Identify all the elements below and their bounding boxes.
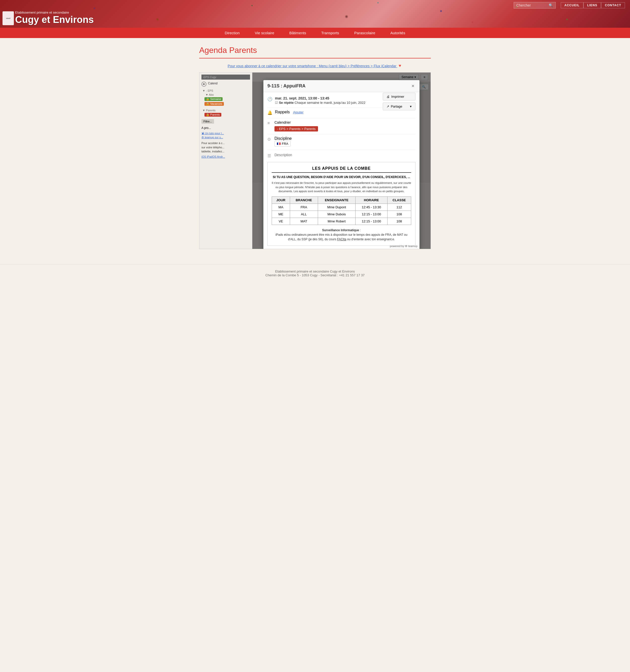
site-footer: Etablissement primaire et secondaire Cug… xyxy=(0,264,630,282)
cell-horaire-2: 12:15 - 13:00 xyxy=(356,211,387,218)
filter-button[interactable]: Filtre... xyxy=(201,119,214,124)
description-text: Pour accéder à c...sur votre télépho...t… xyxy=(201,141,250,154)
nav-contact[interactable]: CONTACT xyxy=(601,2,625,8)
surveillance-text: Surveillance Informatique : iPads et/ou … xyxy=(272,228,411,242)
cell-branche-1: FRA xyxy=(290,203,318,211)
teamup-link[interactable]: ⚙ teamup sur s... xyxy=(201,136,250,139)
share-dropdown-icon: ▾ xyxy=(410,104,412,108)
reminders-label: Rappels xyxy=(275,110,290,114)
subscription-bar: Pour vous abonner à ce calendrier sur vo… xyxy=(199,64,431,68)
nav-direction[interactable]: Direction xyxy=(217,28,247,38)
description-label: Description xyxy=(274,153,292,157)
divider-3 xyxy=(267,134,415,134)
event-datetime: mar. 21. sept. 2021, 13:00 - 13:45 xyxy=(275,96,365,100)
subscription-link[interactable]: Pour vous abonner à ce calendrier sur vo… xyxy=(227,64,397,68)
parents-section: ▼ Parents 🔒 Parents xyxy=(201,108,250,117)
vacances-item[interactable]: 🔒 Vacances xyxy=(201,101,250,106)
appuis-table: JOUR BRANCHE ENSEIGNANTE HORAIRE CLASSE xyxy=(272,196,411,225)
cell-enseignante-3: Mme Robert xyxy=(318,218,356,225)
semaine-item[interactable]: 🔒 Semaine xyxy=(201,97,250,101)
nav-autorites[interactable]: Autorités xyxy=(383,28,413,38)
col-branche: BRANCHE xyxy=(290,196,318,203)
nav-liens[interactable]: LIENS xyxy=(583,2,601,8)
nav-batiments[interactable]: Bâtiments xyxy=(282,28,314,38)
cell-enseignante-2: Mme Dubois xyxy=(318,211,356,218)
cell-horaire-3: 12:15 - 13:00 xyxy=(356,218,387,225)
eps-group[interactable]: ▼ - EPS xyxy=(201,89,250,93)
eps-section: ▼ - EPS ▼ Abo 🔒 Semaine 🔒 Vacances xyxy=(201,89,250,106)
ios-link[interactable]: iOS xyxy=(201,155,207,158)
site-logo: vaud xyxy=(2,11,14,25)
semaine-badge: 🔒 Semaine xyxy=(204,97,223,101)
page-title: Agenda Parents xyxy=(199,46,431,58)
surveillance-title: Surveillance Informatique xyxy=(322,229,359,232)
divider-2 xyxy=(267,118,415,118)
col-jour: JOUR xyxy=(272,196,290,203)
french-flag-icon xyxy=(277,142,281,145)
discipline-row: ⊙ Discipline FRA xyxy=(267,136,415,147)
nav-accueil[interactable]: ACCUEIL xyxy=(561,2,583,8)
nav-vie-scolaire[interactable]: Vie scolaire xyxy=(247,28,282,38)
table-row: VE MAT Mme Robert 12:15 - 13:00 108 xyxy=(272,218,411,225)
modal-overlay[interactable]: 9-11S : AppuiFRA × 🖨 Imprimer xyxy=(252,73,431,249)
event-modal: 9-11S : AppuiFRA × 🖨 Imprimer xyxy=(263,80,419,249)
site-title: Cugy et Environs xyxy=(15,14,94,25)
parents-badge: 🔒 Parents xyxy=(204,113,221,117)
facita-link[interactable]: FACIta xyxy=(337,238,346,241)
vacances-badge: 🔒 Vacances xyxy=(204,102,224,106)
modal-close-button[interactable]: × xyxy=(410,83,415,89)
description-row: ☰ Description xyxy=(267,153,415,159)
cell-horaire-1: 12:45 - 13:30 xyxy=(356,203,387,211)
bell-icon: 🔔 xyxy=(267,110,272,115)
search-box[interactable]: 🔍 xyxy=(514,2,556,8)
surveillance-body: iPads et/ou ordinateurs peuvent être mis… xyxy=(275,233,407,241)
calendar-tag: - EPS > Parents > Parents xyxy=(274,126,318,131)
eye-icon[interactable]: 👁 xyxy=(201,81,207,87)
cell-jour-1: MA xyxy=(272,203,290,211)
clock-icon: 🕐 xyxy=(267,97,272,101)
red-arrow: 🔻 xyxy=(397,64,403,68)
print-icon: 🖨 xyxy=(387,95,390,98)
filter-section: Filtre... xyxy=(201,119,250,124)
search-input[interactable] xyxy=(516,3,547,7)
cell-classe-1: 112 xyxy=(387,203,411,211)
abo-group[interactable]: ▼ Abo xyxy=(201,93,250,97)
footer-line2: Chemin de la Combe 5 - 1053 Cugy - Secré… xyxy=(5,273,625,277)
cell-jour-2: ME xyxy=(272,211,290,218)
site-tagline: Etablissement primaire et secondaire xyxy=(15,10,94,14)
footer-line1: Etablissement primaire et secondaire Cug… xyxy=(5,269,625,273)
cell-enseignante-1: Mme Dupont xyxy=(318,203,356,211)
nav-transports[interactable]: Transports xyxy=(314,28,347,38)
tuto-link[interactable]: 📽 Un tuto pour l... xyxy=(201,132,250,135)
site-branding: Etablissement primaire et secondaire Cug… xyxy=(15,10,94,25)
reminders-row: 🔔 Rappels Ajouter xyxy=(267,110,415,115)
modal-header: 9-11S : AppuiFRA × xyxy=(263,80,419,92)
discipline-label: Discipline xyxy=(274,136,292,141)
android-link[interactable]: Andr... xyxy=(217,155,225,158)
calendar-row: ≡ Calendrier - EPS > Parents > Parents xyxy=(267,120,415,131)
table-row: ME ALL Mme Dubois 12:15 - 13:00 108 xyxy=(272,211,411,218)
calendar-label-row: Calendrier xyxy=(274,120,318,124)
cal-sidebar-header: EPS Cugy xyxy=(201,75,250,79)
ipad-link[interactable]: iPadOS xyxy=(207,155,217,158)
print-button[interactable]: 🖨 Imprimer xyxy=(383,93,415,100)
parents-group[interactable]: ▼ Parents xyxy=(201,108,250,112)
calendar-main: Semaine ▾ ≡ 🔍 xyxy=(252,73,431,249)
calendar-label: Calend xyxy=(208,81,218,87)
parents-item[interactable]: 🔒 Parents xyxy=(201,112,250,117)
col-classe: CLASSE xyxy=(387,196,411,203)
table-row: MA FRA Mme Dupont 12:45 - 13:30 112 xyxy=(272,203,411,211)
add-reminder-link[interactable]: Ajouter xyxy=(293,110,304,114)
main-nav: Direction Vie scolaire Bâtiments Transpo… xyxy=(0,28,630,38)
share-button[interactable]: ↗ Partage ▾ xyxy=(383,102,415,110)
nav-parascolaire[interactable]: Parascolaire xyxy=(347,28,383,38)
calendar-wrapper: EPS Cugy 👁 Calend ▼ - EPS ▼ Abo 🔒 Semain… xyxy=(199,72,431,249)
event-repeat: ☑ Se répète Chaque semaine le mardi, jus… xyxy=(275,101,365,104)
calendar-container: EPS Cugy 👁 Calend ▼ - EPS ▼ Abo 🔒 Semain… xyxy=(199,73,431,249)
teamup-credit: powered by ⚙ teamup xyxy=(390,245,417,248)
modal-actions: 🖨 Imprimer ↗ Partage ▾ xyxy=(383,93,415,110)
cell-classe-2: 108 xyxy=(387,211,411,218)
discipline-icon: ⊙ xyxy=(267,137,272,142)
modal-body: 🖨 Imprimer ↗ Partage ▾ xyxy=(263,92,419,249)
description-section: ☰ Description LES APPUIS DE LA COMBE SI … xyxy=(267,153,415,246)
